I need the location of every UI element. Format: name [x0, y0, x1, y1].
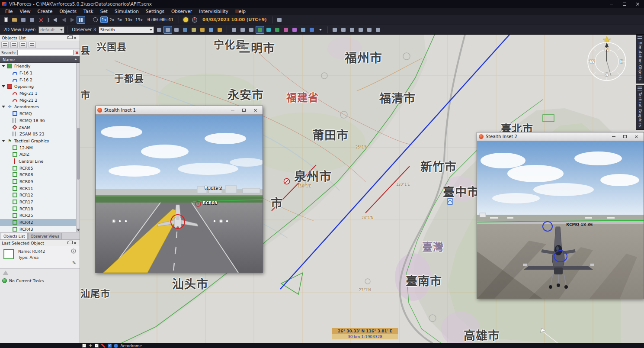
hierarchy-view-button[interactable]	[29, 42, 36, 48]
edit-pencil-icon[interactable]: ✎	[72, 260, 76, 266]
undock-panel-button[interactable]	[66, 35, 72, 40]
panel-tab-observer-views[interactable]: Observer Views	[28, 233, 62, 239]
save-icon[interactable]	[19, 16, 28, 24]
notebook-icon[interactable]	[365, 26, 374, 34]
stealth-inset-1-viewport[interactable]: Route 2 RCR08	[96, 115, 263, 273]
tree-scrollbar[interactable]	[76, 63, 80, 232]
side-panel-icon[interactable]	[374, 26, 382, 34]
layer-checkbox[interactable]	[108, 344, 112, 348]
entity-labels-icon[interactable]	[247, 26, 256, 34]
tree-item-rcmq[interactable]: RCMQ	[0, 110, 80, 117]
detonation-icon[interactable]	[215, 26, 224, 34]
uav-launch-icon[interactable]	[275, 16, 284, 24]
clear-search-icon[interactable]	[75, 51, 78, 55]
tree-item-rcr08[interactable]: RCR08	[0, 171, 80, 178]
menu-item-view[interactable]: View	[16, 8, 34, 15]
minimize-button[interactable]	[227, 107, 238, 114]
scrollbar-thumb[interactable]	[77, 128, 80, 180]
rewind-icon[interactable]	[51, 16, 59, 24]
open-scenario-icon[interactable]	[10, 16, 19, 24]
menu-item-task[interactable]: Task	[80, 8, 97, 15]
close-button[interactable]	[631, 0, 644, 8]
minimize-button[interactable]	[605, 0, 618, 8]
tree-item-rcr18[interactable]: RCR18	[0, 205, 80, 212]
observer-combo[interactable]: Stealth	[99, 26, 154, 33]
tree-item-friendly[interactable]: Friendly	[0, 63, 80, 70]
speed-15x-button[interactable]: 15x	[134, 16, 144, 23]
minimize-button[interactable]	[608, 133, 619, 140]
tree-item-rcr12[interactable]: RCR12	[0, 192, 80, 199]
tree-item-opposing[interactable]: Opposing	[0, 83, 80, 90]
grid-icon[interactable]	[356, 26, 365, 34]
speed-10x-button[interactable]: 10x	[124, 16, 134, 23]
zoom-select-icon[interactable]	[155, 26, 163, 34]
menu-item-settings[interactable]: Settings	[142, 8, 168, 15]
tree-item-f-16-1[interactable]: F-16 1	[0, 70, 80, 77]
tree-item-central-line[interactable]: Central Line	[0, 158, 80, 165]
tree-item-zsam[interactable]: ZSAM	[0, 124, 80, 131]
plot-icon[interactable]	[273, 26, 282, 34]
maximize-button[interactable]	[618, 0, 631, 8]
aura-icon[interactable]	[290, 26, 299, 34]
pause-icon[interactable]	[77, 16, 85, 24]
weather-icon[interactable]	[182, 16, 190, 24]
stealth-inset-2-viewport[interactable]: RCMQ 18 36	[477, 141, 644, 299]
close-button[interactable]	[631, 133, 642, 140]
rubber-band-icon[interactable]	[172, 26, 181, 34]
play-icon[interactable]	[68, 16, 77, 24]
stealth-inset-2-window[interactable]: Stealth Inset 2	[477, 132, 644, 299]
tree-item-rcr25[interactable]: RCR25	[0, 212, 80, 219]
tree-item-zsam-05-23[interactable]: ZSAM 05 23	[0, 131, 80, 138]
view-layer-combo[interactable]: default	[38, 26, 64, 33]
camera-lock-icon[interactable]	[207, 26, 215, 34]
menu-item-objects[interactable]: Objects	[56, 8, 80, 15]
pan-mode-icon[interactable]	[330, 26, 339, 34]
lasso-select-icon[interactable]	[163, 26, 172, 34]
tree-item-mig-21-2[interactable]: Mig-21 2	[0, 97, 80, 103]
grid-overlay-icon[interactable]	[230, 26, 238, 34]
route-display-icon[interactable]	[256, 26, 264, 34]
maximize-button[interactable]	[238, 107, 250, 114]
panel-tab-objects-list[interactable]: Objects List	[1, 233, 28, 239]
tree-view-button[interactable]	[10, 42, 18, 48]
menu-item-set[interactable]: Set	[97, 8, 111, 15]
window-titlebar[interactable]: Stealth Inset 1	[96, 106, 263, 115]
tree-item-rcr42[interactable]: RCR42	[0, 219, 80, 226]
hook-entity-icon[interactable]	[198, 26, 207, 34]
opposing-unit-symbol[interactable]	[284, 179, 290, 184]
time-of-day-dial-icon[interactable]	[190, 16, 199, 24]
menu-item-simulation[interactable]: Simulation	[111, 8, 142, 15]
menu-item-observer[interactable]: Observer	[168, 8, 195, 15]
chevron-down-icon[interactable]	[2, 85, 5, 87]
right-tab-simulation-objects[interactable]: Simulation Objects	[636, 35, 644, 84]
close-button[interactable]	[250, 107, 261, 114]
speed-2x-button[interactable]: 2x	[108, 16, 115, 23]
maximize-button[interactable]	[619, 133, 631, 140]
tree-item-rcr05[interactable]: RCR05	[0, 164, 80, 171]
step-back-icon[interactable]	[59, 16, 68, 24]
tree-item-tactical-graphics[interactable]: Tactical Graphics	[0, 138, 80, 145]
menu-item-file[interactable]: File	[2, 8, 16, 15]
delete-icon[interactable]	[36, 16, 45, 24]
tree-item-adiz[interactable]: ADIZ	[0, 151, 80, 158]
undock-panel-button[interactable]	[66, 240, 72, 245]
measure-icon[interactable]	[189, 26, 198, 34]
tree-item-rcr43[interactable]: RCR43	[0, 226, 80, 233]
right-tab-tactical-graphics[interactable]: Tactical Graphics	[636, 85, 644, 130]
tree-item-12-nm[interactable]: 12-NM	[0, 144, 80, 151]
chevron-down-icon[interactable]	[2, 140, 5, 142]
layer-checkbox[interactable]	[82, 344, 86, 348]
window-titlebar[interactable]: VR-Forces - C:\MAK\vrforces5.0.2\userDat…	[0, 0, 644, 8]
clock-icon[interactable]	[91, 16, 99, 24]
close-panel-button[interactable]	[72, 35, 78, 40]
flat-list-view-button[interactable]	[1, 42, 9, 48]
save-all-icon[interactable]	[28, 16, 36, 24]
chevron-down-icon[interactable]	[2, 65, 5, 67]
scroll-down-button[interactable]	[77, 228, 80, 232]
tree-item-rcr11[interactable]: RCR11	[0, 185, 80, 192]
menu-item-help[interactable]: Help	[232, 8, 249, 15]
group-view-button[interactable]	[19, 42, 27, 48]
center-view-icon[interactable]	[181, 26, 189, 34]
new-scenario-icon[interactable]	[2, 16, 10, 24]
name-column-header[interactable]: Name	[0, 56, 80, 63]
